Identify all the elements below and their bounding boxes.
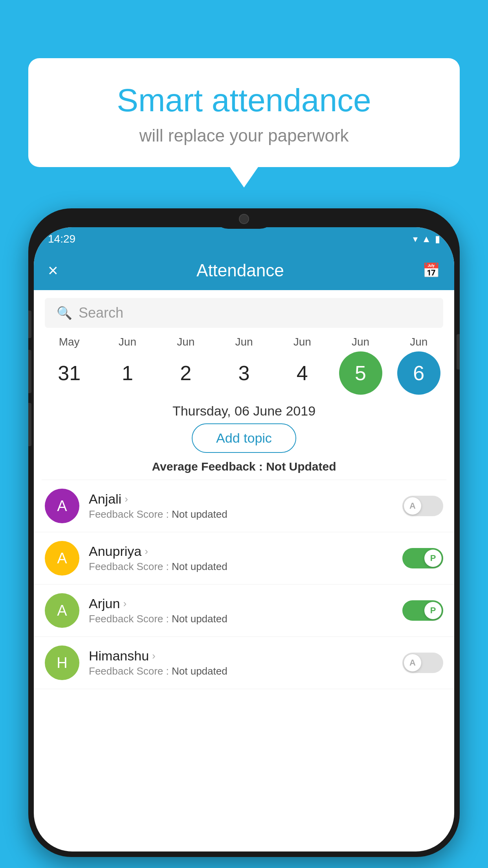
student-row[interactable]: AAnupriya ›Feedback Score : Not updatedP bbox=[34, 532, 454, 585]
front-camera bbox=[239, 214, 249, 224]
attendance-toggle[interactable]: P bbox=[402, 548, 443, 568]
student-feedback: Feedback Score : Not updated bbox=[89, 561, 402, 573]
volume-up-button bbox=[28, 311, 31, 338]
date-item[interactable]: Jun4 bbox=[277, 336, 328, 395]
chevron-icon: › bbox=[152, 650, 156, 662]
search-icon: 🔍 bbox=[57, 305, 72, 320]
phone-screen: 14:29 ▾ ▲ ▮ × Attendance 📅 🔍 Search May3… bbox=[34, 227, 454, 851]
search-placeholder: Search bbox=[79, 305, 123, 321]
date-month: Jun bbox=[352, 336, 369, 348]
volume-down-button bbox=[28, 350, 31, 393]
camera-button bbox=[28, 403, 31, 446]
toggle-container[interactable]: P bbox=[402, 548, 443, 568]
date-item[interactable]: Jun3 bbox=[218, 336, 270, 395]
date-month: Jun bbox=[119, 336, 136, 348]
chevron-icon: › bbox=[145, 545, 148, 557]
attendance-toggle[interactable]: A bbox=[402, 496, 443, 516]
attendance-toggle[interactable]: A bbox=[402, 653, 443, 673]
status-bar: 14:29 ▾ ▲ ▮ bbox=[34, 227, 454, 251]
date-number: 2 bbox=[164, 351, 207, 395]
avg-feedback: Average Feedback : Not Updated bbox=[34, 460, 454, 473]
student-info: Arjun ›Feedback Score : Not updated bbox=[89, 596, 402, 625]
date-number: 31 bbox=[48, 351, 91, 395]
date-number: 6 bbox=[397, 351, 440, 395]
student-name: Himanshu › bbox=[89, 648, 402, 664]
student-row[interactable]: AArjun ›Feedback Score : Not updatedP bbox=[34, 585, 454, 637]
date-month: Jun bbox=[410, 336, 427, 348]
toggle-knob: P bbox=[424, 602, 442, 619]
avg-feedback-value: Not Updated bbox=[266, 460, 336, 473]
student-feedback: Feedback Score : Not updated bbox=[89, 508, 402, 520]
student-row[interactable]: AAnjali ›Feedback Score : Not updatedA bbox=[34, 480, 454, 532]
phone-frame: 14:29 ▾ ▲ ▮ × Attendance 📅 🔍 Search May3… bbox=[28, 208, 460, 857]
student-info: Anjali ›Feedback Score : Not updated bbox=[89, 491, 402, 520]
close-button[interactable]: × bbox=[48, 261, 58, 280]
toggle-knob: A bbox=[404, 654, 421, 671]
student-name: Anjali › bbox=[89, 491, 402, 507]
feedback-value: Not updated bbox=[172, 561, 227, 572]
toggle-container[interactable]: P bbox=[402, 600, 443, 621]
date-number: 4 bbox=[281, 351, 324, 395]
feedback-value: Not updated bbox=[172, 613, 227, 625]
student-avatar: H bbox=[45, 645, 79, 680]
date-strip: May31Jun1Jun2Jun3Jun4Jun5Jun6 bbox=[34, 328, 454, 395]
student-name: Arjun › bbox=[89, 596, 402, 611]
date-month: Jun bbox=[177, 336, 194, 348]
student-info: Himanshu ›Feedback Score : Not updated bbox=[89, 648, 402, 677]
feedback-value: Not updated bbox=[172, 665, 227, 677]
date-item[interactable]: Jun5 bbox=[335, 336, 386, 395]
attendance-toggle[interactable]: P bbox=[402, 600, 443, 621]
toggle-container[interactable]: A bbox=[402, 653, 443, 673]
student-avatar: A bbox=[45, 541, 79, 576]
toggle-knob: A bbox=[404, 497, 421, 515]
date-item[interactable]: Jun1 bbox=[102, 336, 153, 395]
student-row[interactable]: HHimanshu ›Feedback Score : Not updatedA bbox=[34, 637, 454, 689]
bubble-title: Smart attendance bbox=[44, 82, 444, 119]
app-header: × Attendance 📅 bbox=[34, 251, 454, 290]
date-item[interactable]: May31 bbox=[44, 336, 95, 395]
student-info: Anupriya ›Feedback Score : Not updated bbox=[89, 544, 402, 573]
toggle-container[interactable]: A bbox=[402, 496, 443, 516]
wifi-icon: ▾ bbox=[413, 234, 418, 245]
bubble-subtitle: will replace your paperwork bbox=[44, 126, 444, 145]
calendar-icon[interactable]: 📅 bbox=[422, 262, 440, 279]
student-avatar: A bbox=[45, 489, 79, 523]
date-item[interactable]: Jun2 bbox=[160, 336, 211, 395]
selected-date-label: Thursday, 06 June 2019 bbox=[34, 403, 454, 419]
student-avatar: A bbox=[45, 593, 79, 628]
status-icons: ▾ ▲ ▮ bbox=[413, 234, 440, 245]
speech-bubble-container: Smart attendance will replace your paper… bbox=[28, 58, 460, 167]
battery-icon: ▮ bbox=[435, 234, 440, 245]
toggle-knob: P bbox=[424, 550, 442, 567]
speech-bubble: Smart attendance will replace your paper… bbox=[28, 58, 460, 167]
chevron-icon: › bbox=[125, 493, 128, 505]
date-month: May bbox=[59, 336, 80, 348]
date-item[interactable]: Jun6 bbox=[393, 336, 444, 395]
feedback-value: Not updated bbox=[172, 508, 227, 520]
search-bar[interactable]: 🔍 Search bbox=[45, 298, 443, 328]
signal-icon: ▲ bbox=[422, 234, 431, 245]
student-feedback: Feedback Score : Not updated bbox=[89, 665, 402, 677]
date-month: Jun bbox=[294, 336, 311, 348]
avg-feedback-label: Average Feedback : bbox=[152, 460, 262, 473]
phone-notch bbox=[213, 208, 275, 229]
student-list: AAnjali ›Feedback Score : Not updatedAAA… bbox=[34, 480, 454, 689]
student-name: Anupriya › bbox=[89, 544, 402, 559]
student-feedback: Feedback Score : Not updated bbox=[89, 613, 402, 625]
date-number: 1 bbox=[106, 351, 149, 395]
chevron-icon: › bbox=[123, 598, 127, 610]
status-time: 14:29 bbox=[48, 233, 75, 245]
date-number: 3 bbox=[222, 351, 266, 395]
power-button bbox=[457, 334, 460, 370]
date-number: 5 bbox=[339, 351, 382, 395]
add-topic-button[interactable]: Add topic bbox=[192, 423, 296, 453]
header-title: Attendance bbox=[58, 261, 422, 280]
date-month: Jun bbox=[235, 336, 253, 348]
